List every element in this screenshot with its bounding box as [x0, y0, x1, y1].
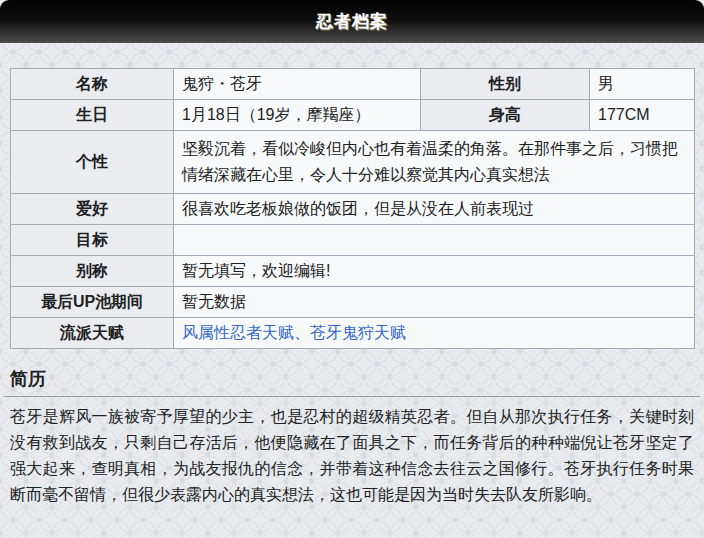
bio-paragraph: 苍牙是辉风一族被寄予厚望的少主，也是忍村的超级精英忍者。但自从那次执行任务，关键… [10, 404, 694, 508]
table-row: 流派天赋 风属性忍者天赋、苍牙鬼狩天赋 [11, 318, 695, 349]
goal-label: 目标 [11, 225, 174, 256]
name-value: 鬼狩・苍牙 [174, 69, 421, 100]
last-up-pool-label: 最后UP池期间 [11, 287, 174, 318]
profile-title-bar: 忍者档案 [0, 0, 704, 43]
goal-value [174, 225, 695, 256]
cangya-onikari-talent-link[interactable]: 苍牙鬼狩天赋 [310, 324, 406, 341]
school-talent-value: 风属性忍者天赋、苍牙鬼狩天赋 [174, 318, 695, 349]
wind-ninja-talent-link[interactable]: 风属性忍者天赋 [182, 324, 294, 341]
table-row: 爱好 很喜欢吃老板娘做的饭团，但是从没在人前表现过 [11, 194, 695, 225]
birthday-label: 生日 [11, 100, 174, 131]
table-row: 目标 [11, 225, 695, 256]
table-row: 生日 1月18日（19岁，摩羯座） 身高 177CM [11, 100, 695, 131]
table-row: 名称 鬼狩・苍牙 性别 男 [11, 69, 695, 100]
ninja-profile-table: 名称 鬼狩・苍牙 性别 男 生日 1月18日（19岁，摩羯座） 身高 177CM… [10, 68, 695, 349]
height-label: 身高 [421, 100, 590, 131]
bio-heading-divider [4, 396, 700, 397]
page-content: 名称 鬼狩・苍牙 性别 男 生日 1月18日（19岁，摩羯座） 身高 177CM… [0, 43, 704, 508]
height-value: 177CM [590, 100, 695, 131]
name-label: 名称 [11, 69, 174, 100]
hobby-value: 很喜欢吃老板娘做的饭团，但是从没在人前表现过 [174, 194, 695, 225]
personality-value: 坚毅沉着，看似冷峻但内心也有着温柔的角落。在那件事之后，习惯把情绪深藏在心里，令… [174, 131, 695, 194]
alias-label: 别称 [11, 256, 174, 287]
gender-value: 男 [590, 69, 695, 100]
alias-value: 暂无填写，欢迎编辑! [174, 256, 695, 287]
page-title: 忍者档案 [316, 10, 388, 33]
table-row: 最后UP池期间 暂无数据 [11, 287, 695, 318]
school-talent-label: 流派天赋 [11, 318, 174, 349]
table-row: 别称 暂无填写，欢迎编辑! [11, 256, 695, 287]
last-up-pool-value: 暂无数据 [174, 287, 695, 318]
talent-link-separator: 、 [294, 324, 310, 341]
personality-label: 个性 [11, 131, 174, 194]
hobby-label: 爱好 [11, 194, 174, 225]
bio-section-heading: 简历 [10, 367, 694, 391]
birthday-value: 1月18日（19岁，摩羯座） [174, 100, 421, 131]
table-row: 个性 坚毅沉着，看似冷峻但内心也有着温柔的角落。在那件事之后，习惯把情绪深藏在心… [11, 131, 695, 194]
gender-label: 性别 [421, 69, 590, 100]
